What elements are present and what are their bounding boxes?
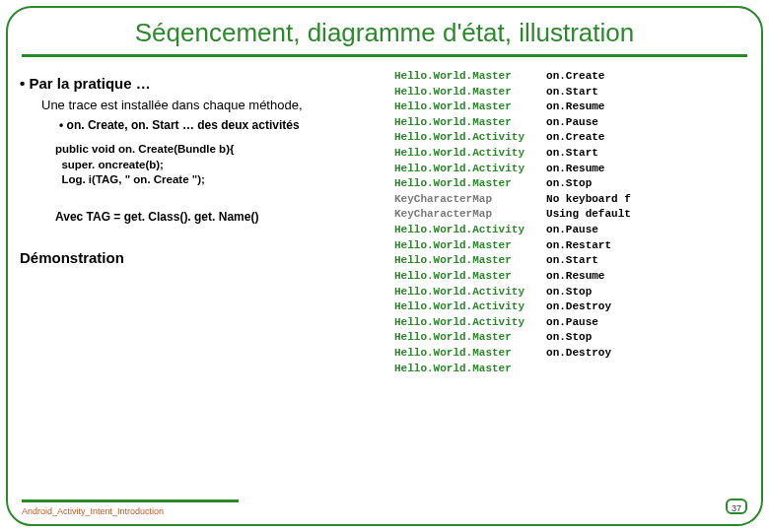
code-line: public void on. Create(Bundle b){ [55,142,394,158]
footer-text: Android_Activity_Intent_Introduction [22,506,164,516]
log-tag: Hello.World.Activity [394,146,524,162]
log-msg: on.Start [546,253,631,269]
log-msg: on.Start [546,146,631,162]
log-tag: Hello.World.Master [394,69,524,85]
log-msg: on.Stop [546,285,631,300]
log-tag: Hello.World.Master [394,115,524,131]
log-tag: Hello.World.Master [394,100,524,115]
log-msg: on.Pause [546,223,631,238]
log-tag: Hello.World.Master [394,362,524,377]
left-column: • Par la pratique … Une trace est instal… [20,69,394,376]
log-tag: Hello.World.Master [394,330,524,346]
log-msg: on.Stop [546,330,631,346]
slide-title: Séqencement, diagramme d'état, illustrat… [8,18,761,48]
heading: • Par la pratique … [20,75,394,92]
slide-frame: Séqencement, diagramme d'état, illustrat… [6,6,763,526]
log-tag: Hello.World.Activity [394,299,524,315]
sub-bullet-text: on. Create, on. Start … des deux activit… [67,118,300,132]
code-line: super. oncreate(b); [55,158,394,173]
log-tag: Hello.World.Master [394,176,524,192]
log-msg: No keyboard f [546,192,631,208]
log-msg: on.Pause [546,115,631,131]
title-divider [22,54,747,57]
log-columns: Hello.World.MasterHello.World.MasterHell… [394,69,749,376]
log-msg: Using default [546,207,631,223]
log-msg: on.Resume [546,100,631,115]
log-tag: Hello.World.Activity [394,315,524,331]
log-tag-column: Hello.World.MasterHello.World.MasterHell… [394,69,524,376]
log-tag: Hello.World.Master [394,85,524,100]
log-tag: Hello.World.Activity [394,162,524,177]
demo-heading: Démonstration [20,249,394,266]
log-tag: KeyCharacterMap [394,207,524,223]
log-tag: Hello.World.Master [394,269,524,285]
log-tag: Hello.World.Master [394,346,524,362]
log-tag: Hello.World.Activity [394,223,524,238]
log-tag: KeyCharacterMap [394,192,524,208]
log-tag: Hello.World.Master [394,253,524,269]
log-msg: on.Destroy [546,299,631,315]
log-msg: on.Destroy [546,346,631,362]
log-msg: on.Resume [546,162,631,177]
heading-text: Par la pratique … [29,75,150,92]
log-tag: Hello.World.Master [394,238,524,254]
tag-line: Avec TAG = get. Class(). get. Name() [55,210,394,224]
code-line: Log. i(TAG, " on. Create "); [55,172,394,188]
log-msg: on.Start [546,85,631,100]
sub-bullet: • on. Create, on. Start … des deux activ… [59,118,394,132]
log-tag: Hello.World.Activity [394,285,524,300]
log-tag: Hello.World.Activity [394,130,524,146]
log-msg: on.Restart [546,238,631,254]
subheading: Une trace est installée dans chaque méth… [41,98,394,112]
log-msg: on.Stop [546,176,631,192]
code-block: public void on. Create(Bundle b){ super.… [55,142,394,188]
log-msg: on.Create [546,69,631,85]
footer-divider [22,499,239,502]
log-msg: on.Create [546,130,631,146]
log-msg-column: on.Createon.Starton.Resumeon.Pauseon.Cre… [546,69,631,376]
log-msg: on.Pause [546,315,631,331]
log-msg: on.Resume [546,269,631,285]
page-number: 37 [726,499,747,514]
content-row: • Par la pratique … Une trace est instal… [8,69,761,376]
